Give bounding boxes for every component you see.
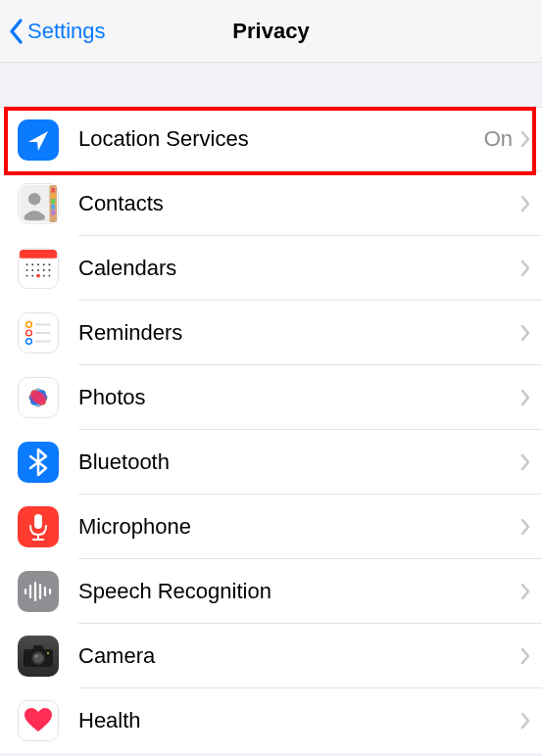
row-label: Contacts: [78, 191, 520, 216]
row-label: Camera: [78, 643, 520, 669]
row-reminders[interactable]: Reminders: [0, 301, 542, 365]
chevron-left-icon: [8, 18, 24, 45]
row-photos[interactable]: Photos: [0, 365, 542, 430]
row-label: Health: [78, 708, 520, 733]
svg-rect-2: [51, 188, 55, 193]
row-speech-recognition[interactable]: Speech Recognition: [0, 559, 542, 624]
row-calendars[interactable]: Calendars: [0, 236, 542, 301]
svg-point-54: [35, 655, 38, 658]
svg-point-53: [33, 653, 43, 663]
section-spacer: [0, 63, 542, 107]
chevron-right-icon: [520, 453, 530, 471]
svg-point-22: [31, 275, 33, 277]
row-label: Bluetooth: [78, 449, 520, 475]
svg-point-24: [48, 275, 50, 277]
row-location-services[interactable]: Location Services On: [0, 107, 542, 171]
back-button[interactable]: Settings: [8, 18, 106, 45]
chevron-right-icon: [520, 712, 530, 730]
row-label: Photos: [78, 385, 520, 410]
chevron-right-icon: [520, 324, 530, 342]
chevron-right-icon: [520, 195, 530, 213]
chevron-right-icon: [520, 130, 530, 148]
chevron-right-icon: [520, 647, 530, 665]
nav-bar: Settings Privacy: [0, 0, 542, 63]
waveform-icon: [18, 571, 59, 612]
camera-icon: [18, 636, 59, 677]
row-bluetooth[interactable]: Bluetooth: [0, 430, 542, 495]
microphone-icon: [18, 506, 59, 547]
chevron-right-icon: [520, 260, 530, 277]
row-label: Location Services: [78, 126, 484, 152]
svg-rect-6: [51, 211, 55, 215]
chevron-right-icon: [520, 583, 530, 600]
chevron-right-icon: [520, 518, 530, 536]
row-label: Calendars: [78, 256, 520, 281]
chevron-right-icon: [520, 389, 530, 406]
row-value: On: [484, 126, 513, 152]
svg-rect-5: [51, 205, 55, 210]
svg-point-19: [43, 269, 45, 271]
contacts-icon: [18, 183, 59, 224]
row-contacts[interactable]: Contacts: [0, 171, 542, 236]
bluetooth-icon: [18, 442, 59, 483]
svg-rect-4: [51, 199, 55, 204]
row-microphone[interactable]: Microphone: [0, 495, 542, 559]
svg-point-12: [31, 263, 33, 265]
row-camera[interactable]: Camera: [0, 624, 542, 688]
svg-point-15: [48, 263, 50, 265]
svg-point-14: [43, 263, 45, 265]
photos-icon: [18, 377, 59, 418]
reminders-icon: [18, 312, 59, 354]
svg-point-16: [26, 269, 28, 271]
svg-rect-42: [34, 514, 42, 529]
svg-point-7: [28, 193, 40, 205]
svg-point-13: [37, 263, 39, 265]
svg-point-20: [48, 269, 50, 271]
row-label: Reminders: [78, 320, 520, 346]
svg-point-18: [37, 269, 39, 271]
svg-point-21: [26, 275, 28, 277]
svg-rect-3: [51, 194, 55, 199]
svg-point-55: [47, 652, 49, 654]
row-health[interactable]: Health: [0, 688, 542, 753]
svg-point-11: [26, 263, 28, 265]
calendar-icon: [18, 248, 59, 289]
health-icon: [18, 700, 59, 741]
svg-point-17: [31, 269, 33, 271]
location-icon: [18, 119, 59, 161]
svg-rect-10: [20, 255, 57, 259]
svg-point-23: [43, 275, 45, 277]
svg-point-25: [36, 274, 40, 278]
back-label: Settings: [27, 19, 106, 44]
row-label: Speech Recognition: [78, 579, 520, 604]
row-label: Microphone: [78, 514, 520, 540]
settings-list: Location Services On Contacts: [0, 107, 542, 753]
